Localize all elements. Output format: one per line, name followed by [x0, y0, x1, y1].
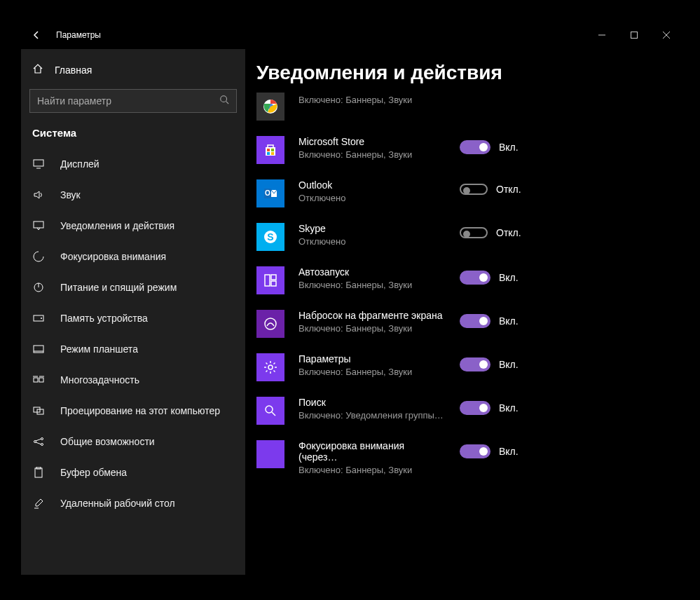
page-title: Уведомления и действия	[245, 62, 682, 84]
toggle-label: Вкл.	[499, 142, 519, 153]
store-icon	[256, 136, 284, 164]
focus-icon	[32, 251, 45, 262]
toggle-label: Откл.	[496, 184, 521, 195]
sidebar-item-sound[interactable]: Звук	[21, 179, 245, 210]
toggle-switch[interactable]	[460, 444, 490, 458]
svg-rect-8	[34, 221, 43, 228]
main-content: Уведомления и действия Включено: Баннеры…	[245, 49, 682, 575]
app-row[interactable]: O Outlook Отключено Откл.	[256, 164, 675, 207]
notifications-icon	[32, 221, 45, 231]
toggle-switch[interactable]	[460, 401, 490, 415]
sidebar-item-storage[interactable]: Память устройства	[21, 303, 245, 334]
svg-point-4	[221, 96, 227, 102]
app-name: Outlook	[298, 179, 446, 191]
sidebar-item-notifications[interactable]: Уведомления и действия	[21, 210, 245, 241]
toggle-label: Вкл.	[499, 402, 519, 414]
sidebar: Главная Система Дисплей Звук Уведомления…	[21, 49, 245, 575]
display-icon	[32, 159, 45, 169]
shared-icon	[32, 437, 45, 446]
app-status: Включено: Баннеры, Звуки	[298, 367, 446, 377]
toggle-switch[interactable]	[460, 357, 490, 371]
nav-label: Фокусировка внимания	[60, 251, 166, 262]
svg-text:S: S	[267, 231, 273, 243]
sidebar-item-focus-assist[interactable]: Фокусировка внимания	[21, 241, 245, 272]
app-name: Автозапуск	[298, 266, 446, 278]
search-icon	[219, 95, 229, 107]
toggle-switch[interactable]	[460, 314, 490, 328]
svg-line-25	[36, 442, 41, 444]
projecting-icon	[32, 407, 45, 415]
toggle-switch[interactable]	[460, 227, 488, 238]
app-row[interactable]: Параметры Включено: Баннеры, Звуки Вкл.	[256, 338, 675, 381]
settings-gear-icon	[256, 353, 284, 381]
toggle-label: Вкл.	[499, 446, 519, 457]
app-row[interactable]: Набросок на фрагменте экрана Включено: Б…	[256, 294, 675, 338]
notification-apps-list: Включено: Баннеры, Звуки Microsoft Store…	[245, 93, 682, 564]
app-row[interactable]: Включено: Баннеры, Звуки	[256, 93, 675, 121]
app-row[interactable]: Автозапуск Включено: Баннеры, Звуки Вкл.	[256, 251, 675, 294]
maximize-button[interactable]	[618, 21, 650, 49]
svg-rect-32	[267, 149, 270, 151]
svg-rect-1	[631, 32, 638, 39]
autoplay-icon	[256, 266, 284, 294]
focus-app-icon	[256, 440, 284, 468]
app-name: Параметры	[298, 353, 446, 364]
storage-icon	[32, 315, 45, 322]
nav-label: Удаленный рабочий стол	[60, 498, 175, 509]
nav-label: Питание и спящий режим	[60, 282, 177, 293]
search-input[interactable]	[37, 95, 219, 107]
outlook-icon: O	[256, 179, 284, 207]
app-status: Включено: Баннеры, Звуки	[298, 280, 446, 290]
sidebar-item-remote[interactable]: Удаленный рабочий стол	[21, 488, 245, 519]
toggle-switch[interactable]	[460, 271, 490, 285]
sidebar-home[interactable]: Главная	[21, 56, 245, 83]
sidebar-item-clipboard[interactable]: Буфер обмена	[21, 457, 245, 488]
svg-text:O: O	[265, 189, 270, 197]
sidebar-item-projecting[interactable]: Проецирование на этот компьютер	[21, 395, 245, 426]
tablet-icon	[32, 345, 45, 353]
app-name: Skype	[298, 223, 446, 234]
nav-label: Общие возможности	[60, 436, 155, 447]
app-name: Фокусировка внимания (через…	[298, 440, 446, 463]
svg-rect-41	[265, 275, 270, 286]
search-box[interactable]	[29, 89, 237, 113]
svg-rect-35	[271, 152, 274, 155]
app-name: Поиск	[298, 397, 446, 408]
nav-label: Буфер обмена	[60, 467, 127, 478]
svg-point-46	[266, 406, 273, 413]
svg-point-45	[268, 365, 273, 369]
nav-label: Уведомления и действия	[60, 220, 174, 231]
sidebar-item-shared[interactable]: Общие возможности	[21, 426, 245, 457]
app-status: Включено: Баннеры, Звуки	[298, 149, 446, 160]
toggle-switch[interactable]	[460, 184, 488, 195]
nav-label: Режим планшета	[60, 343, 138, 355]
svg-point-12	[41, 318, 42, 319]
svg-rect-6	[34, 160, 43, 166]
minimize-button[interactable]	[586, 21, 618, 49]
titlebar: Параметры	[21, 21, 682, 49]
toggle-switch[interactable]	[460, 140, 490, 154]
snip-icon	[256, 310, 284, 338]
toggle-label: Вкл.	[499, 315, 519, 327]
app-name: Microsoft Store	[298, 136, 446, 147]
svg-rect-33	[271, 149, 274, 151]
multitask-icon	[32, 376, 45, 384]
settings-window: Параметры Главная Систе	[21, 21, 682, 575]
window-title: Параметры	[56, 30, 101, 40]
nav-label: Проецирование на этот компьютер	[60, 405, 220, 416]
svg-rect-42	[271, 275, 276, 280]
sidebar-item-power[interactable]: Питание и спящий режим	[21, 272, 245, 303]
app-row[interactable]: Поиск Включено: Уведомления группы… Вкл.	[256, 381, 675, 425]
sidebar-item-multitask[interactable]: Многозадачность	[21, 364, 245, 395]
home-icon	[32, 63, 43, 76]
sidebar-home-label: Главная	[55, 64, 92, 76]
back-button[interactable]	[21, 21, 52, 49]
app-row[interactable]: Microsoft Store Включено: Баннеры, Звуки…	[256, 121, 675, 164]
search-app-icon	[256, 397, 284, 425]
sidebar-item-tablet[interactable]: Режим планшета	[21, 334, 245, 364]
toggle-label: Вкл.	[499, 272, 519, 283]
sidebar-item-display[interactable]: Дисплей	[21, 149, 245, 179]
close-button[interactable]	[650, 21, 682, 49]
app-row[interactable]: S Skype Отключено Откл.	[256, 207, 675, 251]
app-row[interactable]: Фокусировка внимания (через… Включено: Б…	[256, 425, 675, 475]
